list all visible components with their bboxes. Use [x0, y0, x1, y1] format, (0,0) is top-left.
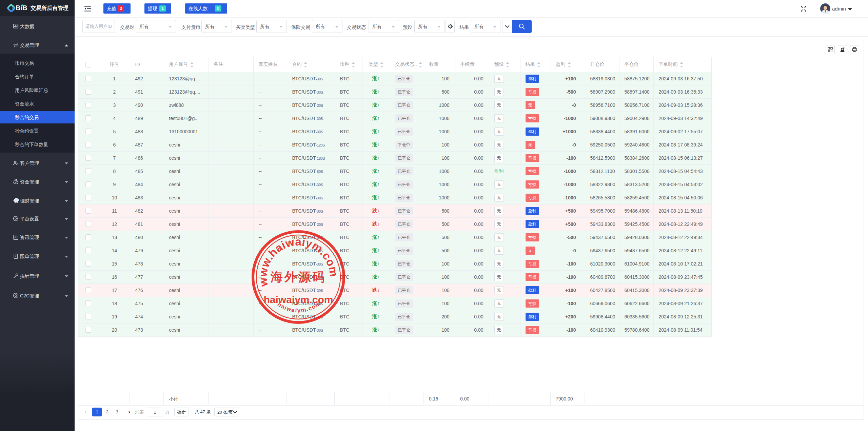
svg-text:海外源码: 海外源码 — [270, 270, 326, 284]
svg-text:haiwaiym.com: haiwaiym.com — [263, 294, 333, 305]
